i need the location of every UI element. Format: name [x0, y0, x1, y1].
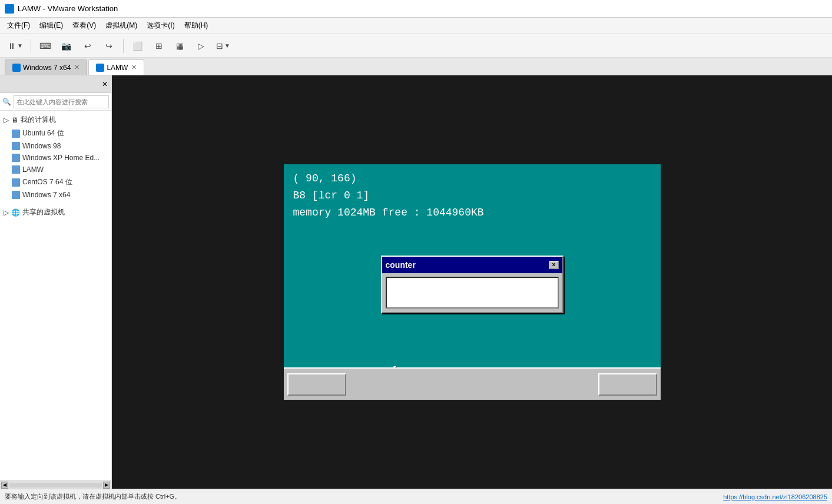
view-dropdown-icon: ▼ — [224, 42, 230, 49]
win7-label: Windows 7 x64 — [22, 191, 70, 199]
tab-windows7x64[interactable]: Windows 7 x64 ✕ — [5, 59, 87, 75]
vm-content-area[interactable]: ( 90, 166) B8 [lcr 0 1] memory 1024MB fr… — [112, 75, 832, 489]
snapshot-icon: 📷 — [61, 41, 71, 51]
menu-help[interactable]: 帮助(H) — [180, 18, 213, 33]
menu-edit[interactable]: 编辑(E) — [35, 18, 68, 33]
dos-screen: ( 90, 166) B8 [lcr 0 1] memory 1024MB fr… — [284, 164, 661, 367]
win98-label: Windows 98 — [22, 142, 61, 150]
centos-label: CentOS 7 64 位 — [22, 177, 72, 187]
fullscreen-icon: ⬜ — [132, 41, 142, 51]
dialog-body: 000000645 — [386, 277, 559, 309]
close-x-icon: × — [552, 260, 556, 270]
computer-icon: 🖥 — [11, 116, 18, 124]
tab-lamw-label: LAMW — [107, 64, 128, 72]
vm-icon-win7 — [12, 191, 20, 199]
toolbar: ⏸ ▼ ⌨ 📷 ↩ ↪ ⬜ ⊞ ▦ ▷ ⊟ ▼ — [0, 34, 832, 58]
menu-vm[interactable]: 虚拟机(M) — [101, 18, 142, 33]
keyboard-icon: ⌨ — [39, 41, 51, 51]
vm-task-btn-1[interactable] — [287, 373, 346, 396]
sidebar-group-mycomputer[interactable]: ▷ 🖥 我的计算机 — [0, 113, 111, 127]
menu-bar: 文件(F) 编辑(E) 查看(V) 虚拟机(M) 选项卡(I) 帮助(H) — [0, 18, 832, 34]
sidebar-scrollbar: ◀ ▶ — [0, 480, 111, 489]
full-screen-button[interactable]: ⬜ — [128, 38, 147, 54]
vm-icon-lamw — [12, 165, 20, 174]
fit-icon: ⊞ — [155, 41, 163, 51]
counter-dialog[interactable]: counter × 000000645 — [381, 256, 563, 313]
shared-expand-icon: ▷ — [4, 208, 9, 217]
shared-icon: 🌐 — [11, 208, 20, 217]
sidebar-item-winxp[interactable]: Windows XP Home Ed... — [0, 152, 111, 164]
dos-line-2: B8 [lcr 0 1] — [293, 187, 651, 204]
scroll-left[interactable]: ◀ — [1, 482, 8, 489]
dialog-title-bar: counter × — [382, 257, 562, 273]
vm-taskbar — [284, 367, 661, 400]
unity-button[interactable]: ▦ — [171, 38, 190, 54]
snapshot-button[interactable]: 📷 — [57, 38, 76, 54]
ubuntu-label: Ubuntu 64 位 — [22, 128, 64, 138]
pause-dropdown-icon: ▼ — [17, 42, 23, 49]
main-layout: ✕ 🔍 ▷ 🖥 我的计算机 Ubuntu 64 位 Windows 98 Win… — [0, 75, 832, 489]
sidebar-tree: ▷ 🖥 我的计算机 Ubuntu 64 位 Windows 98 Windows… — [0, 111, 111, 480]
sidebar-item-win98[interactable]: Windows 98 — [0, 140, 111, 152]
my-computer-label: 我的计算机 — [21, 115, 56, 125]
tab-lamw[interactable]: LAMW ✕ — [88, 59, 144, 75]
sidebar-item-ubuntu[interactable]: Ubuntu 64 位 — [0, 127, 111, 140]
search-icon: 🔍 — [2, 98, 11, 106]
vm-icon-centos — [12, 178, 20, 187]
expand-icon: ▷ — [4, 116, 9, 124]
revert-icon: ↩ — [84, 41, 91, 51]
view-settings-button[interactable]: ⊟ ▼ — [213, 39, 233, 52]
sidebar-item-centos[interactable]: CentOS 7 64 位 — [0, 175, 111, 189]
dialog-close-button[interactable]: × — [549, 261, 559, 269]
tab-lamw-close[interactable]: ✕ — [131, 64, 137, 71]
toolbar-separator-1 — [31, 39, 31, 53]
console-icon: ▷ — [198, 41, 204, 51]
sidebar-header: ✕ — [0, 75, 111, 93]
lamw-label: LAMW — [22, 165, 44, 174]
sidebar-close-button[interactable]: ✕ — [102, 80, 108, 88]
vm-task-btn-2[interactable] — [598, 373, 657, 396]
winxp-label: Windows XP Home Ed... — [22, 154, 100, 162]
snapshot-mgr-icon: ↪ — [105, 41, 112, 51]
counter-value: 000000645 — [443, 287, 500, 297]
dos-line-1: ( 90, 166) — [293, 170, 651, 187]
view-icon: ⊟ — [216, 41, 223, 51]
unity-icon: ▦ — [176, 41, 184, 51]
pause-icon: ⏸ — [8, 41, 16, 51]
fit-button[interactable]: ⊞ — [150, 38, 168, 54]
menu-view[interactable]: 查看(V) — [68, 18, 101, 33]
console-view-button[interactable]: ▷ — [192, 38, 211, 54]
vm-icon-win98 — [12, 142, 20, 150]
app-icon — [5, 4, 14, 14]
menu-file[interactable]: 文件(F) — [2, 18, 35, 33]
tab-vm-icon-lamw — [96, 64, 104, 72]
tab-win7-label: Windows 7 x64 — [23, 64, 71, 72]
tab-vm-icon-win7 — [12, 64, 21, 72]
vm-icon-ubuntu — [12, 130, 20, 138]
revert-button[interactable]: ↩ — [78, 38, 97, 54]
pause-button[interactable]: ⏸ ▼ — [5, 39, 26, 52]
sidebar-item-lamw[interactable]: LAMW — [0, 164, 111, 175]
scroll-right[interactable]: ▶ — [103, 482, 110, 489]
status-message: 要将输入定向到该虚拟机，请在虚拟机内部单击或按 Ctrl+G。 — [5, 492, 181, 501]
status-link[interactable]: https://blog.csdn.net/zl18206208825 — [723, 493, 827, 500]
sidebar: ✕ 🔍 ▷ 🖥 我的计算机 Ubuntu 64 位 Windows 98 Win… — [0, 75, 112, 489]
snapshot-manager-button[interactable]: ↪ — [100, 38, 118, 54]
dos-line-3: memory 1024MB free : 1044960KB — [293, 204, 651, 221]
search-input[interactable] — [14, 95, 109, 108]
status-bar: 要将输入定向到该虚拟机，请在虚拟机内部单击或按 Ctrl+G。 https://… — [0, 489, 832, 504]
dialog-title-text: counter — [386, 258, 416, 271]
shared-label: 共享的虚拟机 — [22, 207, 65, 217]
tab-bar: Windows 7 x64 ✕ LAMW ✕ — [0, 58, 832, 75]
title-bar: LAMW - VMware Workstation — [0, 0, 832, 18]
vm-icon-winxp — [12, 154, 20, 162]
send-ctrl-alt-del-button[interactable]: ⌨ — [36, 38, 55, 54]
menu-tab[interactable]: 选项卡(I) — [142, 18, 179, 33]
tab-win7-close[interactable]: ✕ — [74, 64, 79, 71]
app-title: LAMW - VMware Workstation — [18, 4, 118, 13]
sidebar-item-win7[interactable]: Windows 7 x64 — [0, 189, 111, 201]
sidebar-search-area: 🔍 — [0, 93, 111, 111]
sidebar-group-shared[interactable]: ▷ 🌐 共享的虚拟机 — [0, 205, 111, 219]
vm-screen[interactable]: ( 90, 166) B8 [lcr 0 1] memory 1024MB fr… — [284, 164, 661, 400]
scroll-track — [9, 483, 102, 488]
